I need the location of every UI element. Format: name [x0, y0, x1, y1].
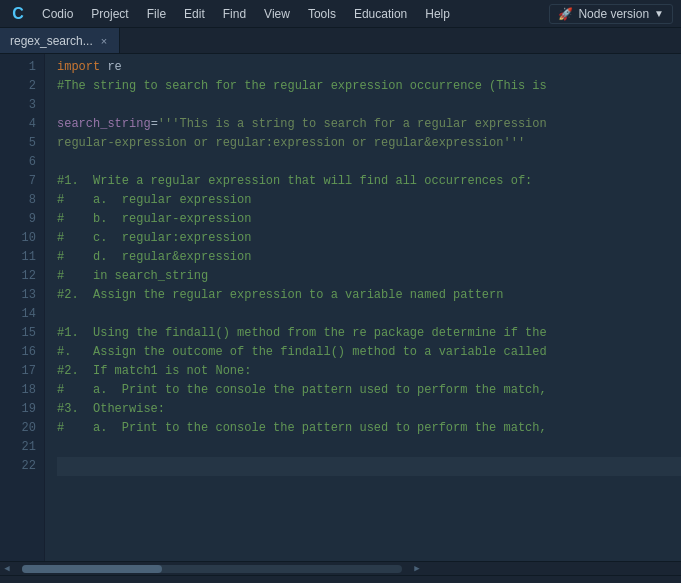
line-number-1: 1 [0, 58, 36, 77]
code-line-21 [57, 438, 681, 457]
code-line-20: # a. Print to the console the pattern us… [57, 419, 681, 438]
tab-regex-search[interactable]: regex_search... × [0, 28, 120, 53]
code-line-9: # b. regular-expression [57, 210, 681, 229]
code-line-16: #. Assign the outcome of the findall() m… [57, 343, 681, 362]
line-number-13: 13 [0, 286, 36, 305]
code-line-3 [57, 96, 681, 115]
code-line-6 [57, 153, 681, 172]
code-line-17: #2. If match1 is not None: [57, 362, 681, 381]
code-area[interactable]: import re#The string to search for the r… [45, 54, 681, 561]
line-number-7: 7 [0, 172, 36, 191]
code-line-22 [57, 457, 681, 476]
menu-edit[interactable]: Edit [176, 4, 213, 24]
menu-project[interactable]: Project [83, 4, 136, 24]
menu-items: Codio Project File Edit Find View Tools … [34, 4, 549, 24]
line-number-18: 18 [0, 381, 36, 400]
horizontal-scrollbar[interactable] [22, 565, 402, 573]
line-number-20: 20 [0, 419, 36, 438]
menu-help[interactable]: Help [417, 4, 458, 24]
code-line-5: regular-expression or regular:expression… [57, 134, 681, 153]
editor-content: 12345678910111213141516171819202122 impo… [0, 54, 681, 561]
code-line-11: # d. regular&expression [57, 248, 681, 267]
status-bar: 100% (22:0) Python [0, 575, 681, 583]
line-number-9: 9 [0, 210, 36, 229]
menu-file[interactable]: File [139, 4, 174, 24]
code-line-12: # in search_string [57, 267, 681, 286]
line-number-2: 2 [0, 77, 36, 96]
node-version-button[interactable]: 🚀 Node version ▼ [549, 4, 673, 24]
horizontal-scrollbar-area: ◀ ▶ [0, 561, 681, 575]
line-number-4: 4 [0, 115, 36, 134]
code-line-15: #1. Using the findall() method from the … [57, 324, 681, 343]
scroll-left-button[interactable]: ◀ [0, 562, 14, 576]
tab-label: regex_search... [10, 34, 93, 48]
node-version-label: Node version [578, 7, 649, 21]
menu-bar: C Codio Project File Edit Find View Tool… [0, 0, 681, 28]
tab-bar: regex_search... × [0, 28, 681, 54]
code-line-13: #2. Assign the regular expression to a v… [57, 286, 681, 305]
line-number-14: 14 [0, 305, 36, 324]
line-number-12: 12 [0, 267, 36, 286]
line-number-16: 16 [0, 343, 36, 362]
scroll-right-button[interactable]: ▶ [410, 562, 424, 576]
app-logo: C [8, 4, 28, 24]
scrollbar-thumb[interactable] [22, 565, 162, 573]
line-number-10: 10 [0, 229, 36, 248]
line-number-22: 22 [0, 457, 36, 476]
line-number-6: 6 [0, 153, 36, 172]
menu-tools[interactable]: Tools [300, 4, 344, 24]
code-line-4: search_string='''This is a string to sea… [57, 115, 681, 134]
line-number-3: 3 [0, 96, 36, 115]
chevron-down-icon: ▼ [654, 8, 664, 19]
code-line-7: #1. Write a regular expression that will… [57, 172, 681, 191]
line-number-17: 17 [0, 362, 36, 381]
line-number-8: 8 [0, 191, 36, 210]
code-line-1: import re [57, 58, 681, 77]
line-number-15: 15 [0, 324, 36, 343]
tab-close-button[interactable]: × [99, 35, 109, 47]
line-number-11: 11 [0, 248, 36, 267]
line-numbers: 12345678910111213141516171819202122 [0, 54, 45, 561]
menu-education[interactable]: Education [346, 4, 415, 24]
code-line-10: # c. regular:expression [57, 229, 681, 248]
menu-codio[interactable]: Codio [34, 4, 81, 24]
rocket-icon: 🚀 [558, 7, 573, 21]
line-number-19: 19 [0, 400, 36, 419]
line-number-21: 21 [0, 438, 36, 457]
code-line-19: #3. Otherwise: [57, 400, 681, 419]
line-number-5: 5 [0, 134, 36, 153]
menu-find[interactable]: Find [215, 4, 254, 24]
editor-container: 12345678910111213141516171819202122 impo… [0, 54, 681, 561]
code-line-2: #The string to search for the regular ex… [57, 77, 681, 96]
menu-view[interactable]: View [256, 4, 298, 24]
code-line-14 [57, 305, 681, 324]
code-line-8: # a. regular expression [57, 191, 681, 210]
code-line-18: # a. Print to the console the pattern us… [57, 381, 681, 400]
